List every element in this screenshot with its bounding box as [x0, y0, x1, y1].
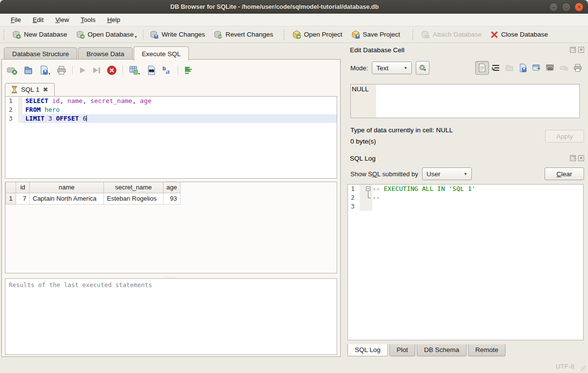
open-database-icon — [76, 30, 85, 39]
new-database-icon — [12, 30, 21, 39]
sql-editor-current-line: 3 LIMIT 3 OFFSET 6 — [5, 114, 337, 123]
titlebar: DB Browser for SQLite - /home/user/code/… — [0, 0, 588, 14]
sql-log-title: SQL Log — [350, 155, 568, 162]
close-icon[interactable]: ✕ — [574, 2, 584, 12]
text-view-button[interactable] — [475, 61, 489, 75]
window-title: DB Browser for SQLite - /home/user/code/… — [0, 3, 549, 10]
close-panel-icon[interactable]: ✕ — [578, 155, 584, 161]
auto-complete-icon[interactable]: b a — [162, 65, 172, 75]
col-header-name[interactable]: name — [30, 182, 104, 193]
svg-text:a: a — [165, 68, 170, 75]
open-database-button[interactable]: Open Database ▾ — [72, 28, 142, 41]
tab-remote[interactable]: Remote — [468, 344, 506, 356]
float-panel-icon[interactable]: ❐ — [570, 47, 576, 53]
cell-editor-value: NULL — [351, 84, 376, 118]
tab-sql-log[interactable]: SQL Log — [347, 344, 388, 356]
clear-log-button[interactable]: Clear — [545, 167, 584, 180]
attach-database-icon — [421, 30, 430, 39]
close-panel-icon[interactable]: ✕ — [578, 47, 584, 53]
window-controls: – □ ✕ — [549, 2, 584, 12]
menu-edit[interactable]: Edit — [28, 15, 48, 25]
apply-button: Apply — [545, 130, 584, 143]
sql-editor[interactable]: 1 SELECT id, name, secret_name, age 2 FR… — [5, 96, 337, 179]
cell-type-info: Type of data currently in cell: NULL — [350, 126, 453, 134]
toolbar-separator — [72, 65, 73, 75]
log-line: 3 — [348, 202, 583, 211]
edit-cell-toolbar: Mode: Text ▼ — [350, 61, 585, 75]
stop-execution-icon[interactable] — [107, 65, 117, 75]
menu-help[interactable]: Help — [102, 15, 125, 25]
float-panel-icon[interactable]: ❐ — [570, 155, 576, 161]
execute-current-line-icon[interactable] — [92, 66, 101, 74]
new-database-button[interactable]: New Database — [8, 28, 72, 41]
toolbar-drag-handle[interactable] — [283, 29, 286, 40]
results-message-placeholder: Results of the last executed statements — [9, 281, 152, 289]
toolbar-separator — [143, 29, 143, 40]
gear-arrow-icon — [418, 63, 427, 72]
sql-log-filter-select[interactable]: User ▼ — [422, 167, 472, 180]
save-project-icon — [351, 30, 360, 39]
toolbar-drag-handle[interactable] — [2, 29, 6, 40]
import-data-button — [503, 61, 516, 75]
save-file-icon — [519, 63, 527, 72]
mode-select[interactable]: Text ▼ — [372, 62, 412, 74]
menu-file[interactable]: File — [6, 15, 26, 25]
cell-name[interactable]: Captain North America — [30, 193, 104, 204]
cell-age[interactable]: 93 — [163, 193, 181, 204]
fold-collapse-icon[interactable]: − — [366, 186, 370, 191]
resize-grip-icon[interactable] — [581, 366, 587, 372]
word-wrap-button[interactable] — [489, 61, 503, 75]
save-project-button[interactable]: Save Project — [347, 28, 405, 41]
mode-label: Mode: — [350, 64, 368, 72]
print-icon[interactable] — [57, 65, 66, 75]
table-row[interactable]: 1 7 Captain North America Esteban Rogeli… — [6, 193, 181, 204]
find-icon[interactable] — [146, 65, 156, 75]
execute-all-icon[interactable] — [79, 66, 86, 74]
export-data-button[interactable] — [516, 61, 530, 75]
print-cell-button[interactable] — [571, 61, 585, 75]
set-null-button — [557, 61, 571, 75]
menu-view[interactable]: View — [50, 15, 74, 25]
close-sql-tab-icon[interactable]: ✖ — [43, 86, 48, 93]
cell-editor[interactable]: NULL — [350, 84, 580, 118]
minimize-icon[interactable]: – — [549, 2, 558, 12]
auto-switch-mode-button[interactable] — [416, 61, 429, 75]
tab-plot[interactable]: Plot — [389, 344, 415, 356]
revert-changes-icon — [214, 30, 223, 39]
execute-sql-panel: b a SQL 1 ✖ 1 — [1, 59, 341, 357]
sql-editor-line: 1 SELECT id, name, secret_name, age — [5, 97, 337, 105]
results-grid[interactable]: id name secret_name age 1 7 Captain Nort… — [5, 182, 337, 273]
open-sql-file-icon[interactable] — [23, 65, 33, 75]
menu-tools[interactable]: Tools — [76, 15, 100, 25]
print-icon — [573, 63, 582, 72]
revert-changes-button[interactable]: Revert Changes — [209, 28, 278, 41]
open-database-dropdown-icon[interactable]: ▾ — [135, 35, 137, 39]
open-project-button[interactable]: Open Project — [288, 28, 347, 41]
new-sql-tab-icon[interactable] — [7, 65, 18, 75]
statusbar: UTF-8 — [0, 359, 588, 373]
tab-execute-sql[interactable]: Execute SQL — [134, 46, 189, 61]
format-sql-icon[interactable] — [184, 66, 194, 75]
splitter-handle[interactable]: ...... — [5, 274, 337, 277]
col-header-secret-name[interactable]: secret_name — [104, 182, 163, 193]
open-file-icon — [505, 63, 514, 72]
maximize-icon[interactable]: □ — [562, 2, 571, 12]
sql-log-editor[interactable]: 1 − -- EXECUTING ALL IN 'SQL 1' 2 -- 3 — [347, 184, 584, 340]
cell-id[interactable]: 7 — [16, 193, 30, 204]
open-in-external-button[interactable] — [530, 61, 544, 75]
col-header-age[interactable]: age — [163, 182, 181, 193]
save-results-icon[interactable] — [129, 65, 141, 75]
tab-db-schema[interactable]: DB Schema — [417, 344, 466, 356]
toolbar-drag-handle[interactable] — [411, 29, 415, 40]
write-changes-button[interactable]: Write Changes — [145, 28, 209, 41]
save-sql-file-icon[interactable] — [39, 65, 51, 75]
sql-editor-line: 2 FROM hero — [5, 105, 337, 114]
chevron-down-icon: ▼ — [398, 66, 407, 70]
copy-link-button[interactable] — [544, 61, 557, 75]
col-header-id[interactable]: id — [16, 182, 30, 193]
cell-secret-name[interactable]: Esteban Rogelios — [104, 193, 163, 204]
close-database-button[interactable]: Close Database — [486, 29, 552, 41]
show-sql-label: Show SQL submitted by — [350, 170, 418, 178]
menubar: File Edit View Tools Help — [0, 14, 588, 26]
sql-doc-tab[interactable]: SQL 1 ✖ — [5, 83, 55, 96]
